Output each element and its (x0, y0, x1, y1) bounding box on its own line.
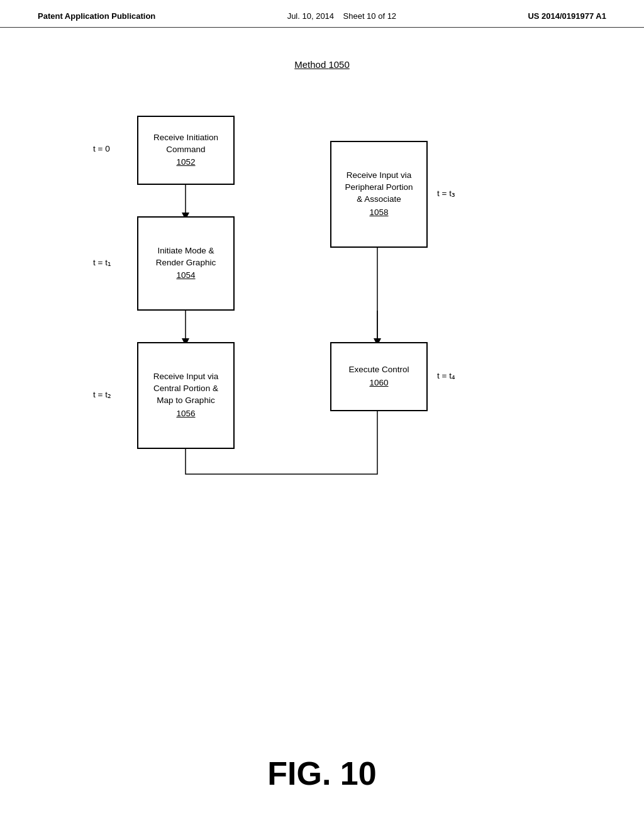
method-title: Method 1050 (294, 59, 350, 70)
time-label-t3: t = t₃ (437, 188, 455, 198)
arrows-svg (0, 34, 644, 600)
box-1052: Receive Initiation Command 1052 (137, 116, 235, 185)
method-number: 1050 (328, 59, 349, 70)
header-left: Patent Application Publication (38, 11, 155, 21)
diagram-area: Method 1050 Receive Initiation Command 1… (0, 34, 644, 600)
box-1056: Receive Input via Central Portion & Map … (137, 342, 235, 449)
time-label-t2: t = t₂ (93, 389, 111, 399)
box-1060: Execute Control 1060 (330, 342, 428, 411)
time-label-t0: t = 0 (93, 144, 110, 153)
box-1058: Receive Input via Peripheral Portion & A… (330, 141, 428, 248)
box-1054: Initiate Mode & Render Graphic 1054 (137, 216, 235, 311)
header-center: Jul. 10, 2014 Sheet 10 of 12 (287, 11, 396, 21)
time-label-t1: t = t₁ (93, 257, 111, 267)
time-label-t4: t = t₄ (437, 370, 455, 380)
figure-label: FIG. 10 (267, 755, 376, 792)
page-header: Patent Application Publication Jul. 10, … (0, 0, 644, 28)
header-right: US 2014/0191977 A1 (528, 11, 606, 21)
header-sheet: Sheet 10 of 12 (343, 11, 397, 21)
header-date: Jul. 10, 2014 (287, 11, 334, 21)
